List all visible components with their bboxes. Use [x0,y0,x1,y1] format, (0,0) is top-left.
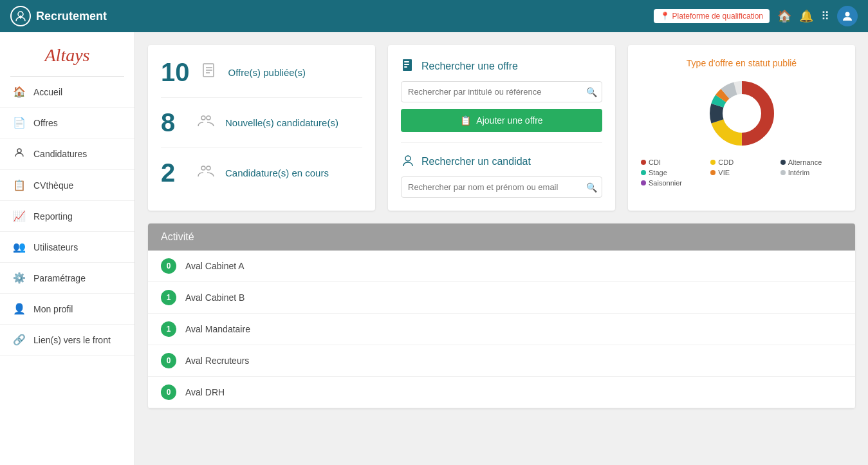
svg-point-12 [201,166,205,170]
legend-label-stage: Stage [649,169,667,176]
stat-candidatures-encours: 2 Candidature(s) en cours [161,158,362,187]
reporting-icon: 📈 [13,210,26,222]
sidebar-item-parametrage[interactable]: ⚙️ Paramétrage [0,263,134,294]
search-card: Rechercher une offre 🔍 📋 Ajouter une off… [388,45,615,211]
sidebar-label-parametrage: Paramétrage [33,273,86,283]
sidebar-item-accueil[interactable]: 🏠 Accueil [0,77,134,108]
utilisateurs-icon: 👥 [13,241,26,253]
activity-label-2: Aval Mandataire [185,324,250,334]
legend-dot-stage [641,170,646,175]
app-body: Altays 🏠 Accueil 📄 Offres Candidatures 📋… [0,32,868,465]
activity-row-1: 1 Aval Cabinet B [148,282,855,314]
sidebar-item-lienfront[interactable]: 🔗 Lien(s) vers le front [0,325,134,356]
svg-point-10 [201,116,205,120]
svg-point-5 [17,149,21,153]
bell-icon[interactable]: 🔔 [799,9,813,23]
chart-legend: CDI CDD Alternance Stage [641,158,842,187]
cards-row: 10 Offre(s) publiée(s) 8 [148,45,855,211]
sidebar-item-cvtheque[interactable]: 📋 CVthèque [0,170,134,201]
legend-stage: Stage [641,169,703,176]
search-offer-icon [401,58,415,75]
candidatures-new-count: 8 [161,108,187,137]
activity-header: Activité [148,223,855,251]
offres-icon: 📄 [13,117,26,129]
candidatures-encours-count: 2 [161,158,187,187]
legend-label-vie: VIE [718,169,730,176]
legend-cdd: CDD [710,158,772,166]
activity-label-3: Aval Recruteurs [185,356,249,366]
sidebar-item-utilisateurs[interactable]: 👥 Utilisateurs [0,232,134,263]
search-offer-section: Rechercher une offre 🔍 📋 Ajouter une off… [401,58,602,132]
svg-rect-17 [404,66,407,68]
grid-icon[interactable]: ⠿ [821,9,829,23]
legend-label-interim: Intérim [788,169,810,176]
sidebar-label-utilisateurs: Utilisateurs [33,242,78,252]
candidatures-new-icon [197,112,215,134]
svg-rect-16 [404,64,409,65]
user-avatar[interactable] [837,6,858,26]
legend-label-saisonnier: Saisonnier [649,179,682,187]
search-offer-input[interactable] [401,81,602,102]
topnav: Recrutement 📍 Plateforme de qualificatio… [0,0,868,32]
svg-line-3 [19,17,21,17]
home-icon[interactable]: 🏠 [777,9,791,23]
search-candidate-title: Rechercher un candidat [421,156,531,167]
legend-vie: VIE [710,169,772,176]
legend-dot-cdi [641,160,646,165]
activity-row-3: 0 Aval Recruteurs [148,345,855,377]
search-offer-header: Rechercher une offre [401,58,602,75]
sidebar-item-offres[interactable]: 📄 Offres [0,108,134,138]
logo-text: Altays [10,45,124,66]
search-offer-search-icon: 🔍 [586,87,597,97]
search-divider [401,142,602,143]
offres-count: 10 [161,58,190,87]
sidebar-item-candidatures[interactable]: Candidatures [0,138,134,170]
activity-section: Activité 0 Aval Cabinet A 1 Aval Cabinet… [148,223,855,408]
activity-badge-3: 0 [161,353,176,368]
svg-rect-15 [404,61,409,62]
activity-label-1: Aval Cabinet B [185,292,245,303]
activity-badge-4: 0 [161,384,176,400]
search-candidate-input[interactable] [401,176,602,198]
legend-dot-interim [780,170,786,175]
stat-divider-1 [161,97,362,98]
sidebar-item-reporting[interactable]: 📈 Reporting [0,201,134,232]
chart-title: Type d'offre en statut publié [687,58,797,68]
activity-badge-1: 1 [161,290,176,305]
activity-badge-0: 0 [161,258,176,274]
app-title: Recrutement [36,10,107,23]
candidatures-icon [13,147,26,160]
sidebar-label-candidatures: Candidatures [33,149,87,159]
activity-row-2: 1 Aval Mandataire [148,314,855,345]
svg-point-13 [207,166,210,170]
add-offer-label: Ajouter une offre [476,115,542,126]
chart-card: Type d'offre en statut publié [628,45,855,211]
search-candidate-header: Rechercher un candidat [401,153,602,170]
sidebar-label-reporting: Reporting [33,211,73,222]
legend-label-alternance: Alternance [788,158,822,166]
legend-interim: Intérim [780,169,842,176]
legend-dot-cdd [710,160,716,165]
sidebar-item-monprofil[interactable]: 👤 Mon profil [0,294,134,325]
home-nav-icon: 🏠 [13,86,26,98]
env-badge: 📍 Plateforme de qualification [654,9,770,23]
donut-chart [703,75,780,152]
search-candidate-section: Rechercher un candidat 🔍 [401,153,602,198]
legend-dot-alternance [780,160,786,165]
search-candidate-search-icon: 🔍 [586,182,597,193]
candidatures-encours-icon [197,162,215,184]
monprofil-icon: 👤 [13,303,26,315]
legend-alternance: Alternance [780,158,842,166]
brand-icon [10,6,31,26]
search-candidate-input-wrap: 🔍 [401,176,602,198]
svg-point-11 [207,116,210,120]
legend-dot-saisonnier [641,180,646,185]
cvtheque-icon: 📋 [13,179,26,191]
activity-title: Activité [161,231,194,242]
add-offer-button[interactable]: 📋 Ajouter une offre [401,109,602,132]
brand: Recrutement [10,6,107,26]
activity-label-4: Aval DRH [185,387,225,397]
svg-point-26 [724,95,760,131]
svg-point-4 [845,12,850,17]
svg-point-18 [405,156,411,161]
